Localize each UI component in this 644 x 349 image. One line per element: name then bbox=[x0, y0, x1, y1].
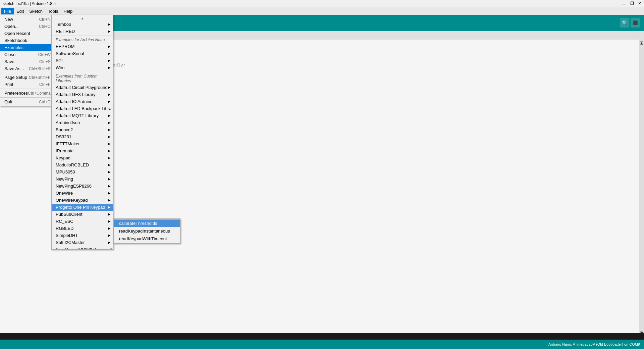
examples-spi[interactable]: SPI▶ bbox=[52, 57, 113, 64]
serial-monitor-btn[interactable]: 🔍 bbox=[620, 18, 629, 28]
examples-adafruit-io[interactable]: Adafruit IO Arduino▶ bbox=[52, 98, 113, 105]
menu-item-tools[interactable]: Tools bbox=[45, 8, 61, 14]
examples-submenu: ▲ Temboo▶ RETIRED▶ Examples for Arduino … bbox=[51, 15, 113, 250]
examples-newping[interactable]: NewPing▶ bbox=[52, 176, 113, 183]
examples-bounce2[interactable]: Bounce2▶ bbox=[52, 126, 113, 133]
examples-rgbled[interactable]: RGBLED▶ bbox=[52, 225, 113, 232]
menu-item-sketch[interactable]: Sketch bbox=[26, 8, 45, 14]
examples-newping-esp[interactable]: NewPingESP8266▶ bbox=[52, 183, 113, 190]
scroll-up-arrow[interactable]: ▲ bbox=[640, 41, 643, 42]
examples-section-nano: Examples for Arduino Nano bbox=[52, 37, 113, 43]
examples-iftttmaker[interactable]: IFTTTMaker▶ bbox=[52, 140, 113, 147]
examples-sep2 bbox=[52, 72, 113, 72]
examples-onewire-keypad[interactable]: OneWireKeypad▶ bbox=[52, 197, 113, 204]
examples-ds3231[interactable]: DS3231▶ bbox=[52, 133, 113, 140]
menu-item-help[interactable]: Help bbox=[61, 8, 75, 14]
menu-bar: File Edit Sketch Tools Help bbox=[0, 7, 644, 15]
maximize-btn[interactable]: ❐ bbox=[630, 1, 634, 6]
window-title: sketch_oct19a | Arduino 1.8.5 bbox=[3, 1, 56, 6]
examples-wire[interactable]: Wire▶ bbox=[52, 64, 113, 71]
examples-adafruit-led[interactable]: Adafruit LED Backpack Library▶ bbox=[52, 105, 113, 112]
progetto-submenu: calibrateThresholds readKeypadInstantane… bbox=[113, 218, 180, 244]
examples-simpledht[interactable]: SimpleDHT▶ bbox=[52, 232, 113, 239]
scrollbar-track[interactable]: ▲ ▼ bbox=[639, 40, 644, 333]
minimize-btn[interactable]: — bbox=[622, 1, 626, 6]
examples-sep1 bbox=[52, 36, 113, 36]
menu-item-file[interactable]: File bbox=[1, 8, 14, 14]
examples-softwareserial[interactable]: SoftwareSerial▶ bbox=[52, 50, 113, 57]
examples-onewire[interactable]: OneWire▶ bbox=[52, 190, 113, 197]
examples-retired[interactable]: RETIRED▶ bbox=[52, 28, 113, 35]
examples-sparkfun[interactable]: SparkFun TMP102 Breakout▶ bbox=[52, 246, 113, 250]
examples-section-custom: Examples from Custom Libraries bbox=[52, 73, 113, 84]
progetto-read-timeout[interactable]: readKeypadWithTimeout bbox=[114, 235, 180, 243]
examples-scroll-up[interactable]: ▲ bbox=[52, 16, 113, 21]
examples-temboo[interactable]: Temboo▶ bbox=[52, 21, 113, 28]
examples-modulo[interactable]: ModulioRGBLED▶ bbox=[52, 161, 113, 168]
examples-adafruit-mqtt[interactable]: Adafruit MQTT Library▶ bbox=[52, 112, 113, 119]
examples-pubsub[interactable]: PubSubClient▶ bbox=[52, 211, 113, 218]
console-area bbox=[0, 333, 644, 340]
examples-eeprom[interactable]: EEPROM▶ bbox=[52, 43, 113, 50]
close-btn[interactable]: ✕ bbox=[638, 1, 641, 6]
examples-mpu6050[interactable]: MPU6050▶ bbox=[52, 168, 113, 176]
examples-adafruit-circuit[interactable]: Adafruit Circuit Playground▶ bbox=[52, 84, 113, 91]
examples-soft-i2c[interactable]: Soft I2CMaster▶ bbox=[52, 239, 113, 246]
progetto-calibrate[interactable]: calibrateThresholds bbox=[114, 219, 180, 227]
progetto-read-instant[interactable]: readKeypadInstantaneous bbox=[114, 227, 180, 235]
scroll-down-arrow[interactable]: ▼ bbox=[640, 331, 643, 332]
examples-arduinojson[interactable]: ArduinoJson▶ bbox=[52, 119, 113, 126]
app-window: sketch_oct19a | Arduino 1.8.5 — ❐ ✕ File… bbox=[0, 0, 644, 349]
examples-adafruit-gfx[interactable]: Adafruit GFX Library▶ bbox=[52, 91, 113, 98]
menu-item-edit[interactable]: Edit bbox=[14, 8, 26, 14]
status-text: Arduino Nano, ATmega328P (Old Bootloader… bbox=[548, 342, 640, 346]
examples-irremote[interactable]: IRremote▶ bbox=[52, 147, 113, 154]
examples-keypad[interactable]: Keypad▶ bbox=[52, 154, 113, 161]
examples-rc-esc[interactable]: RC_ESC▶ bbox=[52, 218, 113, 225]
status-bar: Arduino Nano, ATmega328P (Old Bootloader… bbox=[0, 340, 644, 349]
title-bar: sketch_oct19a | Arduino 1.8.5 — ❐ ✕ bbox=[0, 0, 644, 7]
examples-progetto[interactable]: Progetto One Pin Keypad▶ bbox=[52, 204, 113, 211]
serial-plotter-btn[interactable]: ⬛ bbox=[631, 18, 640, 28]
